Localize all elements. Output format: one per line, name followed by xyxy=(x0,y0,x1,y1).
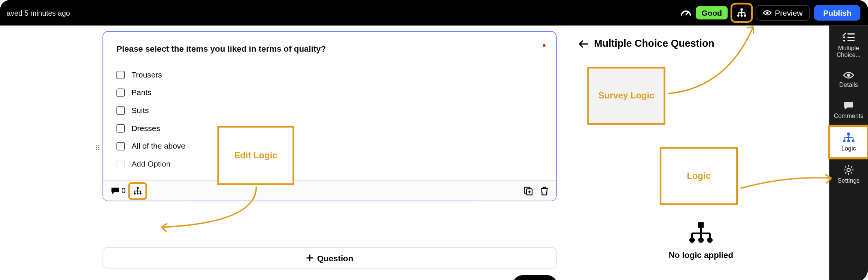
back-button[interactable] xyxy=(579,39,589,48)
svg-point-34 xyxy=(707,237,713,243)
callout-logic: Logic xyxy=(660,147,738,205)
checkbox-icon[interactable] xyxy=(116,142,125,150)
question-footer: 0 xyxy=(103,180,556,201)
svg-point-17 xyxy=(134,192,136,194)
no-logic-state: No logic applied xyxy=(579,222,824,260)
svg-point-50 xyxy=(847,168,850,171)
svg-point-48 xyxy=(847,140,850,142)
preview-label: Preview xyxy=(775,8,802,17)
svg-point-47 xyxy=(843,140,846,142)
question-text[interactable]: Please select the items you liked in ter… xyxy=(116,44,543,54)
svg-point-40 xyxy=(847,73,850,77)
option-label: Trousers xyxy=(131,70,162,79)
svg-point-19 xyxy=(140,192,142,194)
sidebar-label: Multiple xyxy=(838,45,859,51)
option-label: Suits xyxy=(131,106,149,115)
svg-point-18 xyxy=(137,192,139,194)
option-row[interactable]: Dresses xyxy=(116,119,543,137)
comments-button[interactable]: 0 xyxy=(111,186,125,195)
sidebar-label: Comments xyxy=(834,113,864,119)
sidebar-item-multiple-choice[interactable]: Multiple Choice... xyxy=(829,25,868,64)
option-label: Dresses xyxy=(131,124,160,133)
drag-handle-icon[interactable]: ⠿ xyxy=(95,144,100,153)
svg-point-32 xyxy=(689,237,695,243)
svg-line-0 xyxy=(686,12,688,15)
svg-point-9 xyxy=(744,15,746,17)
checkbox-icon[interactable] xyxy=(116,124,125,132)
svg-rect-26 xyxy=(698,222,704,228)
speedometer-icon xyxy=(680,9,692,17)
option-label: All of the above xyxy=(131,141,185,150)
sidebar-item-settings[interactable]: Settings xyxy=(829,158,868,191)
add-option-row[interactable]: Add Option xyxy=(116,155,543,173)
logic-tree-icon xyxy=(843,133,855,143)
submit-button[interactable]: Submit xyxy=(513,275,557,280)
checkbox-icon xyxy=(116,159,125,168)
option-row[interactable]: Trousers xyxy=(116,66,543,84)
sidebar-item-details[interactable]: Details xyxy=(829,65,868,95)
delete-button[interactable] xyxy=(540,186,548,195)
checkbox-icon[interactable] xyxy=(116,106,125,114)
sidebar-item-comments[interactable]: Comments xyxy=(829,95,868,126)
logic-tree-icon xyxy=(689,222,713,244)
add-option-label: Add Option xyxy=(131,159,170,168)
option-label: Pants xyxy=(131,88,151,97)
duplicate-icon xyxy=(524,186,533,195)
main-area: ⠿ ● Please select the items you liked in… xyxy=(0,25,868,280)
plus-icon xyxy=(306,254,314,262)
svg-point-10 xyxy=(766,12,768,14)
sidebar-item-logic[interactable]: Logic xyxy=(829,126,868,158)
required-indicator: ● xyxy=(542,42,546,49)
svg-line-57 xyxy=(845,172,846,173)
gear-icon xyxy=(844,165,854,175)
checkbox-icon[interactable] xyxy=(116,88,125,97)
add-question-label: Question xyxy=(317,253,353,262)
comment-icon xyxy=(111,187,119,195)
edit-logic-button[interactable] xyxy=(130,183,146,198)
checkbox-icon[interactable] xyxy=(116,70,125,79)
right-sidebar: Multiple Choice... Details Comments Logi… xyxy=(829,25,868,280)
svg-point-38 xyxy=(843,40,845,42)
eye-icon xyxy=(763,9,772,16)
publish-button[interactable]: Publish xyxy=(814,5,861,21)
svg-point-36 xyxy=(843,36,845,38)
svg-point-7 xyxy=(737,15,739,17)
eye-icon xyxy=(843,71,854,79)
option-row[interactable]: Suits xyxy=(116,101,543,119)
arrow-left-icon xyxy=(579,39,589,48)
svg-point-8 xyxy=(740,15,743,17)
logic-tree-icon xyxy=(133,187,142,195)
survey-logic-button[interactable] xyxy=(732,4,751,21)
duplicate-button[interactable] xyxy=(524,186,533,195)
trash-icon xyxy=(540,186,548,195)
save-status: aved 5 minutes ago xyxy=(7,9,70,17)
sidebar-label: Settings xyxy=(838,177,860,184)
comment-count: 0 xyxy=(121,186,125,195)
option-row[interactable]: All of the above xyxy=(116,137,543,155)
svg-rect-1 xyxy=(740,8,743,10)
preview-button[interactable]: Preview xyxy=(755,5,810,21)
svg-line-58 xyxy=(851,166,852,167)
no-logic-text: No logic applied xyxy=(579,250,824,259)
top-bar: aved 5 minutes ago Good Preview Publish xyxy=(0,0,868,25)
svg-line-55 xyxy=(845,166,846,167)
comment-icon xyxy=(844,101,854,110)
sidebar-label: Details xyxy=(839,81,858,88)
svg-point-33 xyxy=(698,237,704,243)
svg-line-56 xyxy=(851,172,852,173)
svg-rect-41 xyxy=(847,133,850,135)
list-icon xyxy=(843,32,855,42)
sidebar-label-2: Choice... xyxy=(837,51,861,58)
svg-rect-11 xyxy=(137,187,139,189)
sidebar-label: Logic xyxy=(841,145,856,152)
option-row[interactable]: Pants xyxy=(116,83,543,101)
panel-title: Multiple Choice Question xyxy=(594,38,714,49)
svg-point-49 xyxy=(852,140,855,142)
add-question-button[interactable]: Question xyxy=(103,247,557,269)
callout-survey-logic: Survey Logic xyxy=(587,67,665,125)
good-badge: Good xyxy=(696,6,728,19)
question-card[interactable]: ● Please select the items you liked in t… xyxy=(103,31,557,201)
callout-edit-logic: Edit Logic xyxy=(217,126,294,185)
